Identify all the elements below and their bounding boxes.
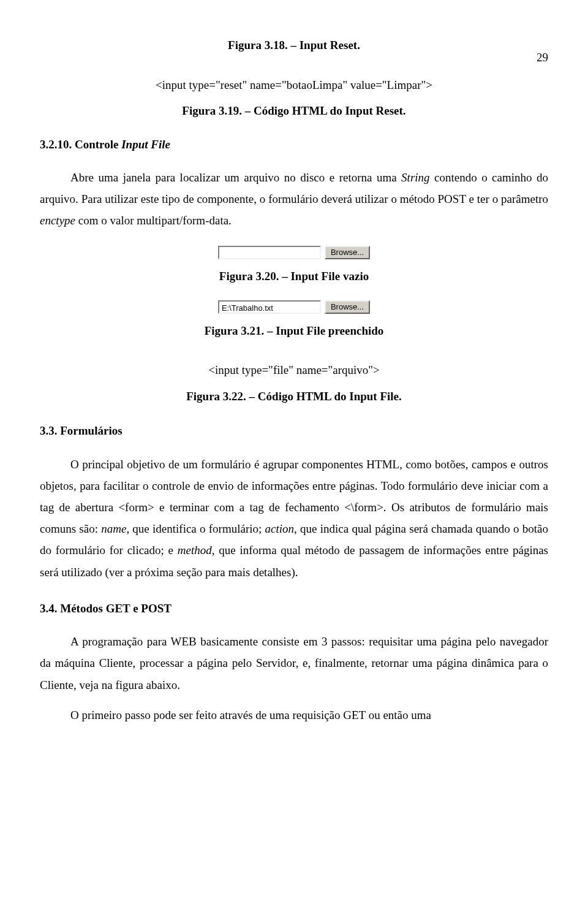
file-input-filled[interactable]: E:\Trabalho.txt — [218, 300, 321, 314]
italic-method: method — [178, 544, 212, 557]
italic-string: String — [401, 171, 429, 184]
file-widget-filled: E:\Trabalho.txt Browse... — [40, 300, 548, 314]
italic-enctype: enctype — [40, 214, 75, 227]
italic-action: action — [265, 522, 295, 535]
paragraph-formularios: O principal objetivo de um formulário é … — [40, 454, 548, 583]
figure-caption-322: Figura 3.22. – Código HTML do Input File… — [40, 388, 548, 406]
section-number: 3.2.10. Controle — [40, 138, 121, 151]
browse-button[interactable]: Browse... — [325, 300, 370, 314]
figure-caption-320: Figura 3.20. – Input File vazio — [40, 268, 548, 286]
file-widget-empty: Browse... — [40, 246, 548, 259]
paragraph-getpost-2: O primeiro passo pode ser feito através … — [40, 704, 548, 726]
paragraph-input-file: Abre uma janela para localizar um arquiv… — [40, 167, 548, 231]
figure-caption-318: Figura 3.18. – Input Reset. — [40, 37, 548, 55]
browse-button[interactable]: Browse... — [325, 246, 370, 259]
section-title-italic: Input File — [121, 138, 170, 151]
page-number: 29 — [537, 49, 548, 67]
section-3-2-10-heading: 3.2.10. Controle Input File — [40, 136, 548, 154]
paragraph-getpost-1: A programação para WEB basicamente consi… — [40, 631, 548, 695]
italic-name: name — [101, 522, 126, 535]
figure-caption-319: Figura 3.19. – Código HTML do Input Rese… — [40, 102, 548, 120]
code-snippet-file: <input type="file" name="arquivo"> — [40, 362, 548, 379]
file-input-empty[interactable] — [218, 246, 321, 259]
figure-caption-321: Figura 3.21. – Input File preenchido — [40, 322, 548, 340]
code-snippet-reset: <input type="reset" name="botaoLimpa" va… — [40, 77, 548, 94]
section-3-3-heading: 3.3. Formulários — [40, 422, 548, 440]
section-3-4-heading: 3.4. Métodos GET e POST — [40, 600, 548, 618]
